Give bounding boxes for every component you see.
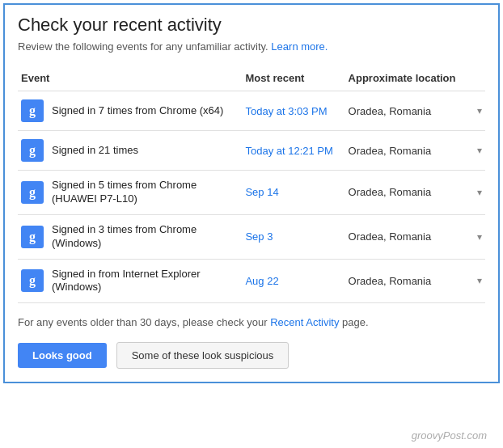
location-cell-3[interactable]: Oradea, Romania▾ <box>345 214 485 259</box>
location-inner-0: Oradea, Romania▾ <box>349 105 482 117</box>
event-text-2: Signed in 5 times from Chrome (HUAWEI P7… <box>52 179 239 206</box>
event-text-1: Signed in 21 times <box>52 144 138 158</box>
most-recent-cell-2: Sep 14 <box>242 171 344 215</box>
location-cell-2[interactable]: Oradea, Romania▾ <box>345 171 485 215</box>
event-cell-3: gSigned in 3 times from Chrome (Windows) <box>18 214 242 259</box>
location-text-2: Oradea, Romania <box>349 186 432 198</box>
table-body: gSigned in 7 times from Chrome (x64)Toda… <box>18 91 485 303</box>
suspicious-button[interactable]: Some of these look suspicious <box>116 342 290 369</box>
table-row: gSigned in from Internet Explorer (Windo… <box>18 259 485 303</box>
main-container: Check your recent activity Review the fo… <box>3 3 500 383</box>
event-cell-4: gSigned in from Internet Explorer (Windo… <box>18 259 242 303</box>
watermark: groovyPost.com <box>412 429 487 442</box>
location-cell-0[interactable]: Oradea, Romania▾ <box>345 91 485 131</box>
google-icon-1: g <box>21 139 44 162</box>
event-text-4: Signed in from Internet Explorer (Window… <box>52 268 239 295</box>
chevron-down-icon-3[interactable]: ▾ <box>477 231 482 243</box>
location-inner-3: Oradea, Romania▾ <box>349 230 482 243</box>
event-cell-inner-2: gSigned in 5 times from Chrome (HUAWEI P… <box>21 179 239 206</box>
event-text-3: Signed in 3 times from Chrome (Windows) <box>52 223 239 251</box>
table-row: gSigned in 7 times from Chrome (x64)Toda… <box>18 91 485 131</box>
location-cell-1[interactable]: Oradea, Romania▾ <box>345 131 485 171</box>
recent-activity-link[interactable]: Recent Activity <box>270 316 339 328</box>
most-recent-text-1: Today at 12:21 PM <box>245 145 332 157</box>
most-recent-cell-1: Today at 12:21 PM <box>242 131 344 171</box>
location-inner-2: Oradea, Romania▾ <box>349 186 482 198</box>
google-icon-3: g <box>21 226 44 248</box>
event-text-0: Signed in 7 times from Chrome (x64) <box>52 104 223 118</box>
table-header-row: Event Most recent Approximate location <box>18 66 485 91</box>
button-row: Looks good Some of these look suspicious <box>18 342 485 369</box>
event-cell-1: gSigned in 21 times <box>18 131 242 171</box>
location-inner-1: Oradea, Romania▾ <box>349 145 482 157</box>
subtitle-static: Review the following events for any unfa… <box>18 40 268 53</box>
event-cell-inner-0: gSigned in 7 times from Chrome (x64) <box>21 99 239 122</box>
col-header-event: Event <box>18 66 242 91</box>
chevron-down-icon-2[interactable]: ▾ <box>477 187 482 198</box>
table-row: gSigned in 3 times from Chrome (Windows)… <box>18 214 485 259</box>
location-cell-4[interactable]: Oradea, Romania▾ <box>345 259 485 303</box>
chevron-down-icon-0[interactable]: ▾ <box>477 105 482 116</box>
activity-table: Event Most recent Approximate location g… <box>18 66 485 303</box>
google-icon-4: g <box>21 269 44 292</box>
google-icon-2: g <box>21 181 44 204</box>
location-inner-4: Oradea, Romania▾ <box>349 275 482 287</box>
looks-good-button[interactable]: Looks good <box>18 343 107 368</box>
col-header-location: Approximate location <box>345 66 485 91</box>
location-text-1: Oradea, Romania <box>349 145 432 157</box>
event-cell-inner-4: gSigned in from Internet Explorer (Windo… <box>21 268 239 295</box>
col-header-recent: Most recent <box>242 66 344 91</box>
most-recent-text-3: Sep 3 <box>245 230 273 243</box>
chevron-down-icon-4[interactable]: ▾ <box>477 275 482 286</box>
table-row: gSigned in 5 times from Chrome (HUAWEI P… <box>18 171 485 215</box>
most-recent-text-4: Aug 22 <box>245 275 278 287</box>
google-icon-0: g <box>21 99 44 122</box>
table-row: gSigned in 21 timesToday at 12:21 PMOrad… <box>18 131 485 171</box>
footer-text-before: For any events older than 30 days, pleas… <box>18 316 268 328</box>
footer-text-after: page. <box>342 316 369 328</box>
subtitle-text: Review the following events for any unfa… <box>18 40 485 53</box>
location-text-3: Oradea, Romania <box>349 230 432 243</box>
event-cell-2: gSigned in 5 times from Chrome (HUAWEI P… <box>18 171 242 215</box>
event-cell-inner-1: gSigned in 21 times <box>21 139 239 162</box>
most-recent-text-2: Sep 14 <box>245 186 278 198</box>
learn-more-link[interactable]: Learn more. <box>271 40 328 53</box>
page-wrapper: Check your recent activity Review the fo… <box>0 3 503 448</box>
most-recent-cell-0: Today at 3:03 PM <box>242 91 344 131</box>
most-recent-cell-3: Sep 3 <box>242 214 344 259</box>
most-recent-cell-4: Aug 22 <box>242 259 344 303</box>
event-cell-0: gSigned in 7 times from Chrome (x64) <box>18 91 242 131</box>
page-title: Check your recent activity <box>18 15 485 36</box>
location-text-4: Oradea, Romania <box>349 275 432 287</box>
footer-text: For any events older than 30 days, pleas… <box>18 315 485 331</box>
event-cell-inner-3: gSigned in 3 times from Chrome (Windows) <box>21 223 239 251</box>
location-text-0: Oradea, Romania <box>349 105 432 117</box>
chevron-down-icon-1[interactable]: ▾ <box>477 145 482 156</box>
most-recent-text-0: Today at 3:03 PM <box>245 105 327 117</box>
